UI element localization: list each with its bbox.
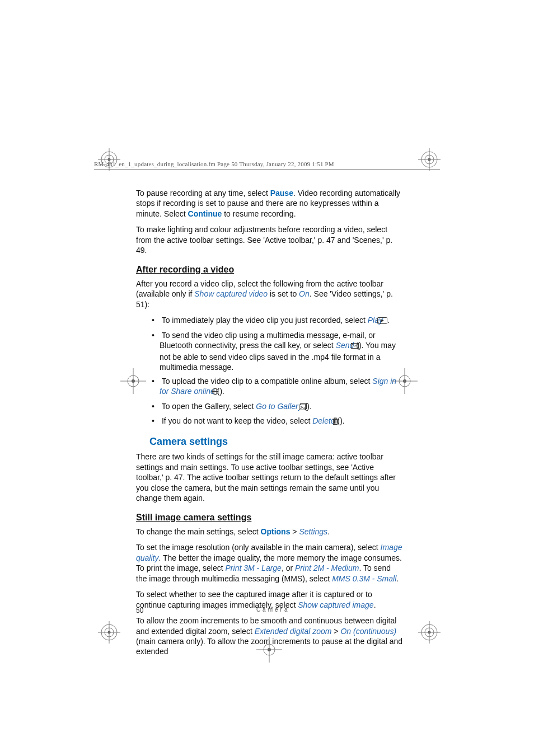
list-item: To open the Gallery, select Go to Galler… [144,401,402,412]
list-item: To upload the video clip to a compatible… [144,376,402,398]
option-print-3m: Print 3M - Large [226,564,282,572]
registration-mark-icon [418,148,441,171]
heading-after-recording: After recording a video [136,264,402,275]
after-recording-list: To immediately play the video clip you j… [136,315,402,427]
para-change-main: To change the main settings, select Opti… [136,527,402,537]
option-go-to-gallery: Go to Gallery [256,402,302,411]
option-on-continuous: On (continuous) [340,627,396,636]
text: To immediately play the video clip you j… [162,316,368,325]
para-image-resolution: To set the image resolution (only availa… [136,542,402,584]
header-rule [94,169,440,170]
option-pause: Pause [270,189,293,198]
text: , or [282,564,295,572]
text: ). [340,416,345,425]
list-item: To send the video clip using a multimedi… [144,330,402,373]
option-show-captured-video: Show captured video [194,289,268,298]
para-two-kinds: There are two kinds of settings for the … [136,452,402,503]
text: to resume recording. [222,209,296,218]
text: . [387,316,390,325]
para-lighting: To make lighting and colour adjustments … [136,224,402,255]
crosshair-icon [256,637,282,663]
svg-rect-14 [334,418,336,419]
list-item: To immediately play the video clip you j… [144,315,402,326]
page-footer: 50 Camera [136,607,402,614]
registration-mark-icon [418,621,441,644]
crosshair-icon [392,368,418,394]
option-mms-small: MMS 0.3M - Small [332,574,396,583]
text: > [331,627,340,636]
registration-mark-icon [98,148,120,171]
option-settings: Settings [299,527,327,536]
text: ). [307,402,312,411]
text: To set the image resolution (only availa… [136,543,381,552]
text: is set to [268,289,299,298]
option-continue: Continue [188,209,222,218]
text: To pause recording at any time, select [136,189,270,198]
text: . [327,527,330,536]
list-item: If you do not want to keep the video, se… [144,416,402,427]
heading-still-image: Still image camera settings [136,511,402,523]
text: ). [219,387,224,396]
option-print-2m: Print 2M - Medium [295,564,359,572]
para-pause: To pause recording at any time, select P… [136,188,402,219]
text: To upload the video clip to a compatible… [162,377,373,386]
text: If you do not want to keep the video, se… [162,416,312,425]
heading-camera-settings: Camera settings [149,435,402,449]
option-extended-digital-zoom: Extended digital zoom [255,627,332,636]
option-options: Options [261,527,291,536]
svg-point-8 [301,406,302,407]
text: > [290,527,299,536]
page-content: To pause recording at any time, select P… [136,188,402,663]
page-number: 50 [136,607,143,614]
text: To open the Gallery, select [162,402,256,411]
text: . [396,574,399,583]
para-after: After you record a video clip, select th… [136,279,402,309]
svg-marker-1 [381,319,384,322]
option-on: On [299,289,310,298]
doc-header-line: RM-431_en_1_updates_during_localisation.… [94,161,440,167]
text: To change the main settings, select [136,527,261,536]
crosshair-icon [120,368,146,394]
registration-mark-icon [98,621,120,644]
footer-title: Camera [136,607,402,613]
